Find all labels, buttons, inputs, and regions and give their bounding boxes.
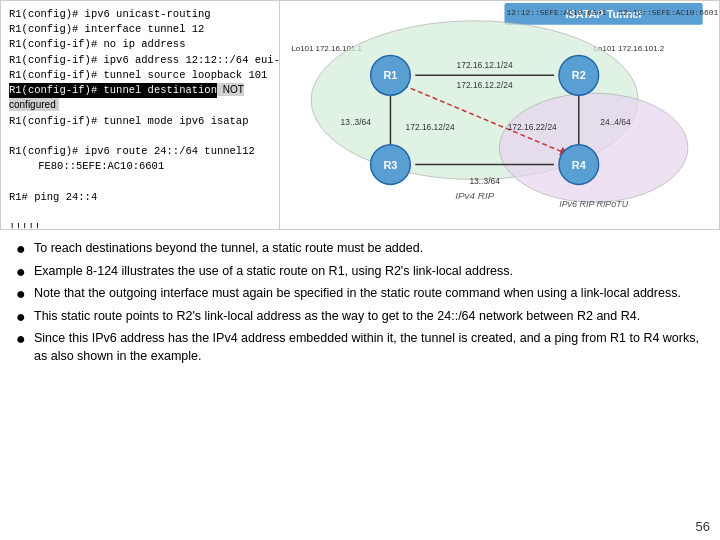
- cmd-line-blank-3: [9, 205, 271, 220]
- bullet-text-2: Example 8-124 illustrates the use of a s…: [34, 263, 704, 281]
- cmd-line-3: R1(config-if)# no ip address: [9, 37, 271, 52]
- link-r1-r2-addr1: 172.16.12.1/24: [457, 60, 513, 70]
- subnet-22-2: 172.16.22/24: [508, 122, 557, 132]
- page-number: 56: [696, 519, 710, 534]
- timestamp-right: 12:12::5EFE:AC10:6601: [618, 8, 718, 17]
- cmd-line-6-highlight: R1(config-if)# tunnel destination: [9, 83, 217, 98]
- bullet-item-4: ● This static route points to R2's link-…: [16, 308, 704, 326]
- subnet-12-1: 172.16.12/24: [406, 122, 455, 132]
- network-diagram: ISATAP Tunnel 12:12::5EFE:AC10:6501 12:1…: [280, 1, 719, 229]
- ipv4-rip-label: IPv4 RIP: [455, 190, 494, 201]
- timestamp-left: 12:12::5EFE:AC10:6501: [506, 8, 606, 17]
- bullet-dot-5: ●: [16, 330, 28, 348]
- link-r1-r3-label: 13..3/64: [341, 117, 372, 127]
- bullet-item-3: ● Note that the outgoing interface must …: [16, 285, 704, 303]
- cmd-line-7: R1(config-if)# tunnel mode ipv6 isatap: [9, 114, 271, 129]
- bullet-dot-2: ●: [16, 263, 28, 281]
- bullet-text-4: This static route points to R2's link-lo…: [34, 308, 704, 326]
- cmd-line-blank-2: [9, 174, 271, 189]
- cmd-line-1: R1(config)# ipv6 unicast-routing: [9, 7, 271, 22]
- ipv6-rip-label: IPv6 RIP RIPoTU: [559, 199, 629, 209]
- cmd-line-blank-1: [9, 129, 271, 144]
- terminal-panel: R1(config)# ipv6 unicast-routing R1(conf…: [0, 0, 280, 230]
- cmd-line-4: R1(config-if)# ipv6 address 12:12::/64 e…: [9, 53, 271, 68]
- bullet-text-1: To reach destinations beyond the tunnel,…: [34, 240, 704, 258]
- cmd-line-8: R1(config)# ipv6 route 24::/64 tunnel12: [9, 144, 271, 159]
- bullet-dot-1: ●: [16, 240, 28, 258]
- router-r1-label: R1: [383, 69, 397, 81]
- router-r2-label: R2: [572, 69, 586, 81]
- cmd-line-10: R1# ping 24::4: [9, 190, 271, 205]
- cmd-line-9: FE80::5EFE:AC10:6601: [9, 159, 271, 174]
- bullet-dot-3: ●: [16, 285, 28, 303]
- bullet-item-5: ● Since this IPv6 address has the IPv4 a…: [16, 330, 704, 365]
- bullet-text-3: Note that the outgoing interface must ag…: [34, 285, 704, 303]
- cmd-line-2: R1(config)# interface tunnel 12: [9, 22, 271, 37]
- subnet-r3-r4: 13..3/64: [469, 176, 500, 186]
- bullet-dot-4: ●: [16, 308, 28, 326]
- bottom-wrapper: ● To reach destinations beyond the tunne…: [0, 230, 720, 540]
- router-r4-label: R4: [572, 159, 586, 171]
- cmd-line-11: !!!!!: [9, 220, 271, 230]
- link-r1-r2-addr2: 172.16.12.2/24: [457, 80, 513, 90]
- cmd-line-5: R1(config-if)# tunnel source loopback 10…: [9, 68, 271, 83]
- top-section: R1(config)# ipv6 unicast-routing R1(conf…: [0, 0, 720, 230]
- ipv6-rip-cloud: [500, 93, 688, 202]
- bullet-item-2: ● Example 8-124 illustrates the use of a…: [16, 263, 704, 281]
- bullet-text-5: Since this IPv6 address has the IPv4 add…: [34, 330, 704, 365]
- diagram-panel: ISATAP Tunnel 12:12::5EFE:AC10:6501 12:1…: [280, 0, 720, 230]
- link-r2-r4-label: 24..4/64: [600, 117, 631, 127]
- bullet-item-1: ● To reach destinations beyond the tunne…: [16, 240, 704, 258]
- bullets-section: ● To reach destinations beyond the tunne…: [0, 230, 720, 540]
- router-r3-label: R3: [383, 159, 397, 171]
- main-container: R1(config)# ipv6 unicast-routing R1(conf…: [0, 0, 720, 540]
